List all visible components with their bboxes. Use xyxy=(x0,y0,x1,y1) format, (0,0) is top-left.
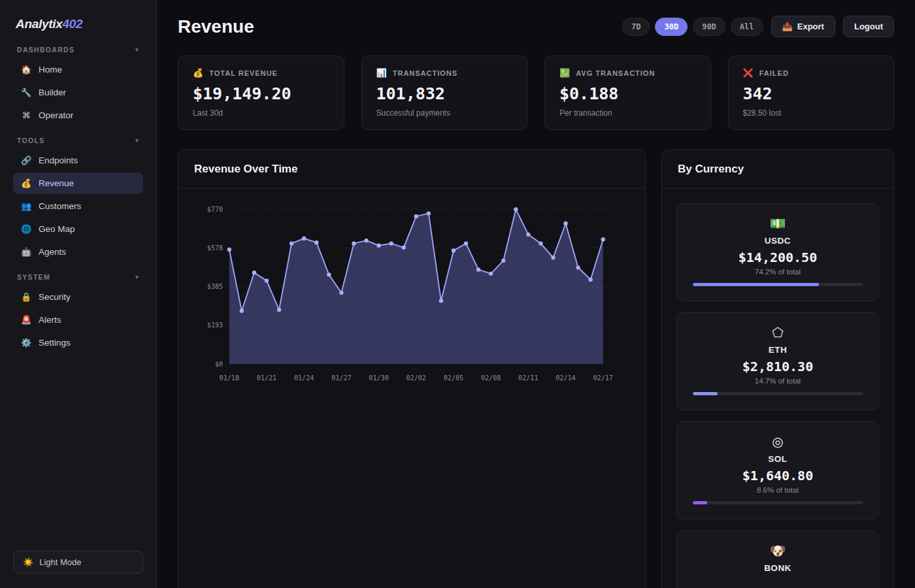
sidebar-item-security[interactable]: 🔒 Security xyxy=(13,286,143,308)
sidebar-item-agents[interactable]: 🤖 Agents xyxy=(13,241,143,263)
sidebar-item-geo-map[interactable]: 🌐 Geo Map xyxy=(13,218,143,240)
stats-row: 💰 TOTAL REVENUE $19,149.20 Last 30d 📊 TR… xyxy=(178,56,894,130)
chevron-down-icon: ▾ xyxy=(135,274,139,280)
svg-text:01/24: 01/24 xyxy=(294,374,314,382)
stat-value: $19,149.20 xyxy=(193,84,329,103)
robot-icon: 🤖 xyxy=(20,247,32,257)
sidebar-item-label: Security xyxy=(39,292,71,302)
nav-system: 🔒 Security 🚨 Alerts ⚙️ Settings xyxy=(13,286,143,353)
section-tools[interactable]: TOOLS ▾ xyxy=(17,137,139,144)
stat-sub: $28.50 lost xyxy=(743,108,880,118)
panels-row: Revenue Over Time $0$193$385$578$77001/1… xyxy=(178,150,894,588)
chevron-down-icon: ▾ xyxy=(135,137,139,144)
stat-card-transactions: 📊 TRANSACTIONS 101,832 Successful paymen… xyxy=(361,56,528,130)
currency-value: $14,200.50 xyxy=(739,250,817,265)
stat-sub: Successful payments xyxy=(376,108,513,118)
currency-share: 8.6% of total xyxy=(757,486,799,494)
currency-share: 14.7% of total xyxy=(755,377,801,385)
export-icon: 📤 xyxy=(782,22,793,31)
brand-primary: Analytix xyxy=(16,17,63,31)
stat-label: TOTAL REVENUE xyxy=(209,69,278,77)
svg-text:02/08: 02/08 xyxy=(481,374,501,382)
sidebar: Analytix402 DASHBOARDS ▾ 🏠 Home 🔧 Builde… xyxy=(0,0,157,588)
sidebar-item-operator[interactable]: ⌘ Operator xyxy=(13,105,143,126)
siren-icon: 🚨 xyxy=(20,315,32,325)
sidebar-item-label: Geo Map xyxy=(39,224,75,234)
main-content: Revenue 7D 30D 90D All 📤 Export Logout 💰… xyxy=(157,0,915,588)
sidebar-item-endpoints[interactable]: 🔗 Endpoints xyxy=(13,150,143,171)
svg-text:$385: $385 xyxy=(207,283,223,290)
export-button[interactable]: 📤 Export xyxy=(771,16,835,37)
section-label: SYSTEM xyxy=(17,273,50,281)
section-label: DASHBOARDS xyxy=(17,46,75,54)
sidebar-item-settings[interactable]: ⚙️ Settings xyxy=(13,332,143,353)
revenue-over-time-panel: Revenue Over Time $0$193$385$578$77001/1… xyxy=(178,150,646,588)
bar-chart-icon: 📊 xyxy=(376,68,388,78)
cross-mark-icon: ❌ xyxy=(743,68,754,78)
currency-name: USDC xyxy=(765,236,791,246)
command-icon: ⌘ xyxy=(20,110,32,120)
svg-text:$0: $0 xyxy=(215,361,223,368)
stat-card-avg-transaction: 💹 AVG TRANSACTION $0.188 Per transaction xyxy=(544,56,711,130)
svg-text:$578: $578 xyxy=(207,244,223,252)
range-controls: 7D 30D 90D All 📤 Export Logout xyxy=(622,16,894,37)
light-mode-toggle[interactable]: ☀️ Light Mode xyxy=(13,551,143,574)
section-dashboards[interactable]: DASHBOARDS ▾ xyxy=(17,46,139,54)
svg-text:02/17: 02/17 xyxy=(593,374,612,382)
panel-title: By Currency xyxy=(662,150,893,189)
range-7d-button[interactable]: 7D xyxy=(622,18,650,36)
progress-fill xyxy=(693,283,819,286)
sidebar-item-alerts[interactable]: 🚨 Alerts xyxy=(13,309,143,331)
dollar-banknote-icon: 💵 xyxy=(770,217,786,230)
svg-text:02/11: 02/11 xyxy=(518,374,538,382)
svg-text:01/30: 01/30 xyxy=(369,374,388,382)
by-currency-panel: By Currency 💵 USDC $14,200.50 74.2% of t… xyxy=(661,150,894,588)
money-bag-icon: 💰 xyxy=(193,68,204,78)
stat-value: 101,832 xyxy=(376,84,513,103)
currency-value: $1,640.80 xyxy=(742,468,813,483)
currency-card-sol: ◎ SOL $1,640.80 8.6% of total xyxy=(676,421,879,519)
sidebar-item-builder[interactable]: 🔧 Builder xyxy=(13,82,143,103)
sidebar-item-revenue[interactable]: 💰 Revenue xyxy=(13,172,143,194)
stat-label: TRANSACTIONS xyxy=(393,69,458,77)
currency-share: 74.2% of total xyxy=(755,268,801,276)
panel-title: Revenue Over Time xyxy=(178,150,645,189)
stat-sub: Per transaction xyxy=(559,108,696,118)
dog-icon: 🐶 xyxy=(770,544,786,557)
app-logo[interactable]: Analytix402 xyxy=(16,17,143,31)
progress-fill xyxy=(693,392,718,395)
sidebar-item-label: Builder xyxy=(39,88,66,97)
revenue-chart[interactable]: $0$193$385$578$77001/1801/2101/2401/2701… xyxy=(191,199,632,388)
eth-pentagon-icon: ⬠ xyxy=(772,326,783,339)
currency-card-eth: ⬠ ETH $2,810.30 14.7% of total xyxy=(676,312,879,410)
sidebar-item-label: Agents xyxy=(39,247,66,257)
topbar: Revenue 7D 30D 90D All 📤 Export Logout xyxy=(178,16,894,37)
sidebar-item-home[interactable]: 🏠 Home xyxy=(13,59,143,80)
stat-label: AVG TRANSACTION xyxy=(576,69,655,77)
range-30d-button[interactable]: 30D xyxy=(655,18,688,36)
home-icon: 🏠 xyxy=(20,65,32,74)
svg-text:01/27: 01/27 xyxy=(331,374,351,382)
wrench-icon: 🔧 xyxy=(20,88,32,97)
page-title: Revenue xyxy=(178,16,254,37)
stat-label: FAILED xyxy=(759,69,789,77)
section-system[interactable]: SYSTEM ▾ xyxy=(17,273,139,281)
logout-button[interactable]: Logout xyxy=(843,16,894,37)
range-all-button[interactable]: All xyxy=(731,18,763,36)
sidebar-item-label: Settings xyxy=(39,338,71,348)
progress-track xyxy=(693,392,863,395)
stat-value: 342 xyxy=(743,84,880,103)
range-90d-button[interactable]: 90D xyxy=(693,18,725,36)
svg-text:02/14: 02/14 xyxy=(556,374,575,382)
currency-card-usdc: 💵 USDC $14,200.50 74.2% of total xyxy=(676,203,879,301)
currency-name: SOL xyxy=(768,454,787,464)
svg-text:02/05: 02/05 xyxy=(444,374,463,382)
link-icon: 🔗 xyxy=(20,155,32,165)
sidebar-item-customers[interactable]: 👥 Customers xyxy=(13,195,143,217)
users-icon: 👥 xyxy=(20,201,32,211)
chart-increasing-icon: 💹 xyxy=(559,68,571,78)
sol-target-icon: ◎ xyxy=(772,435,783,448)
progress-fill xyxy=(693,501,707,504)
sidebar-item-label: Alerts xyxy=(39,315,61,325)
light-mode-label: Light Mode xyxy=(39,557,81,567)
